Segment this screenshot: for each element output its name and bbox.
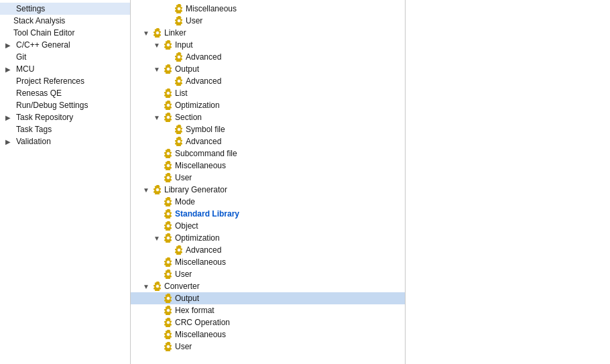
expand-arrow-mcu: ▶ (5, 66, 13, 73)
tree-item-hex-format[interactable]: Hex format (131, 304, 405, 316)
expand-section[interactable]: ▼ (154, 114, 163, 121)
sidebar-item-mcu[interactable]: ▶ MCU (0, 63, 130, 75)
gear-icon-converter (152, 281, 163, 292)
gear-icon-input (163, 40, 174, 50)
sidebar-item-run-debug[interactable]: Run/Debug Settings (0, 99, 130, 111)
expand-output[interactable]: ▼ (154, 66, 163, 73)
gear-icon-lib-misc (163, 257, 174, 267)
tree-item-library-generator[interactable]: ▼ Library Generator (131, 184, 405, 196)
label-input: Input (175, 40, 193, 50)
label-converter-user: User (175, 342, 192, 351)
sidebar-label-settings: Settings (16, 4, 45, 13)
sidebar-label-git: Git (16, 52, 26, 62)
sidebar-item-tool-chain-editor[interactable]: Tool Chain Editor (0, 27, 130, 39)
label-lib-optimization: Optimization (175, 233, 220, 243)
svg-point-26 (167, 321, 170, 324)
tree-item-output[interactable]: ▼ Output (131, 63, 405, 75)
tree-item-symbol-file[interactable]: Symbol file (131, 123, 405, 135)
label-library-generator: Library Generator (164, 185, 227, 194)
label-converter: Converter (164, 282, 200, 291)
expand-lib-optimization[interactable]: ▼ (154, 235, 163, 242)
sidebar-item-task-repository[interactable]: ▶ Task Repository (0, 111, 130, 123)
label-lib-user: User (175, 269, 192, 279)
sidebar-label-task-repository: Task Repository (16, 113, 73, 122)
svg-point-6 (178, 80, 181, 83)
expand-input[interactable]: ▼ (154, 42, 163, 49)
tree-item-lib-optimization[interactable]: ▼ Optimization (131, 232, 405, 244)
tree-item-output-advanced[interactable]: Advanced (131, 75, 405, 87)
gear-icon-linker-misc (163, 160, 174, 171)
label-object: Object (175, 221, 198, 231)
gear-icon-optimization (163, 100, 174, 111)
tree-item-input-advanced[interactable]: Advanced (131, 51, 405, 63)
gear-icon-library-generator (152, 184, 163, 195)
gear-icon-lib-optimization (163, 233, 174, 243)
gear-icon-section (163, 112, 174, 123)
tree-item-converter-user[interactable]: User (131, 341, 405, 353)
expand-linker[interactable]: ▼ (143, 29, 152, 37)
tree-item-user-top[interactable]: User (131, 15, 405, 27)
tree-item-standard-library[interactable]: Standard Library (131, 208, 405, 220)
sidebar-item-task-tags[interactable]: Task Tags (0, 123, 130, 135)
gear-icon-crc-operation (163, 317, 174, 328)
sidebar: Settings Stack Analysis Tool Chain Edito… (0, 0, 131, 364)
tree-item-optimization[interactable]: Optimization (131, 99, 405, 111)
tree-item-miscellaneous-top[interactable]: Miscellaneous (131, 3, 405, 15)
sidebar-item-renesas-qe[interactable]: Renesas QE (0, 87, 130, 99)
svg-point-23 (156, 285, 160, 288)
gear-icon-section-advanced (174, 136, 184, 147)
label-output-advanced: Advanced (186, 76, 221, 86)
main-area: .gear-icon-svg { width: 14px; height: 14… (131, 0, 610, 364)
label-lib-misc: Miscellaneous (175, 257, 226, 267)
tree-item-lib-optimization-advanced[interactable]: Advanced (131, 244, 405, 256)
svg-point-12 (167, 152, 170, 156)
tree-item-list[interactable]: List (131, 87, 405, 99)
svg-point-15 (156, 188, 160, 192)
tree-item-crc-operation[interactable]: CRC Operation (131, 316, 405, 328)
svg-point-14 (167, 176, 170, 180)
tree-item-converter[interactable]: ▼ Converter (131, 280, 405, 292)
label-user-top: User (186, 16, 202, 25)
sidebar-item-cpp-general[interactable]: ▶ C/C++ General (0, 39, 130, 51)
svg-point-7 (167, 92, 170, 95)
tree-item-converter-misc[interactable]: Miscellaneous (131, 328, 405, 341)
label-converter-output: Output (175, 294, 199, 303)
svg-point-8 (167, 104, 170, 107)
sidebar-item-validation[interactable]: ▶ Validation (0, 135, 130, 147)
tree-item-mode[interactable]: Mode (131, 196, 405, 208)
tree-item-linker-misc[interactable]: Miscellaneous (131, 160, 405, 172)
tree-item-linker-user[interactable]: User (131, 172, 405, 184)
sidebar-item-project-references[interactable]: Project References (0, 75, 130, 87)
svg-point-10 (178, 128, 181, 131)
tree-item-input[interactable]: ▼ Input (131, 39, 405, 51)
tree-item-converter-output[interactable]: Output (131, 292, 405, 304)
gear-icon-converter-user (163, 341, 174, 352)
tree-item-object[interactable]: Object (131, 220, 405, 232)
label-section: Section (175, 113, 202, 122)
tree-item-lib-user[interactable]: User (131, 268, 405, 280)
svg-point-13 (167, 164, 170, 168)
sidebar-item-stack-analysis[interactable]: Stack Analysis (0, 15, 130, 27)
svg-point-9 (167, 116, 170, 119)
tree-item-subcommand-file[interactable]: Subcommand file (131, 147, 405, 160)
svg-point-21 (167, 261, 170, 264)
expand-library-generator[interactable]: ▼ (143, 186, 152, 194)
label-optimization: Optimization (175, 101, 220, 110)
tree-item-section-advanced[interactable]: Advanced (131, 135, 405, 147)
label-list: List (175, 88, 188, 98)
tree-item-lib-misc[interactable]: Miscellaneous (131, 256, 405, 268)
gear-icon-converter-output (163, 293, 174, 304)
sidebar-item-settings[interactable]: Settings (0, 3, 130, 15)
tree-item-linker[interactable]: ▼ Linker (131, 27, 405, 39)
gear-icon-input-advanced (174, 52, 184, 62)
gear-icon-symbol-file (174, 124, 184, 135)
expand-converter[interactable]: ▼ (143, 283, 152, 290)
sidebar-item-git[interactable]: Git (0, 51, 130, 63)
sidebar-label-renesas-qe: Renesas QE (16, 88, 62, 98)
gear-icon-lib-user (163, 269, 174, 280)
label-hex-format: Hex format (175, 306, 215, 315)
sidebar-label-task-tags: Task Tags (16, 125, 52, 134)
svg-point-0 (178, 7, 181, 11)
sidebar-label-stack-analysis: Stack Analysis (13, 16, 65, 25)
tree-item-section[interactable]: ▼ Section (131, 111, 405, 123)
